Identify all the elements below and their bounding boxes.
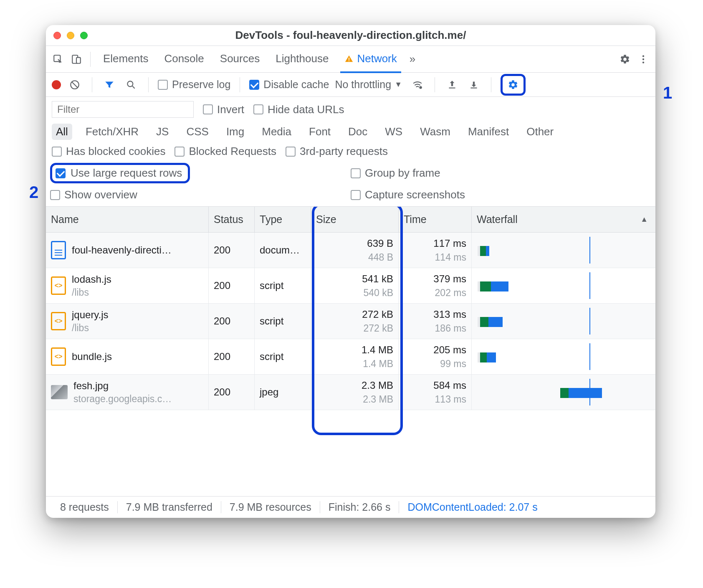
show-overview-checkbox[interactable]: Show overview	[50, 188, 137, 201]
checkbox-icon	[50, 190, 60, 200]
cell-status: 200	[209, 268, 255, 303]
invert-checkbox[interactable]: Invert	[203, 103, 244, 116]
cell-name: fesh.jpgstorage.googleapis.c…	[46, 375, 209, 410]
network-conditions-icon[interactable]	[410, 77, 425, 93]
table-row[interactable]: fesh.jpgstorage.googleapis.c… 200 jpeg 2…	[46, 375, 655, 410]
col-type[interactable]: Type	[255, 207, 311, 232]
sort-indicator-icon: ▲	[640, 215, 648, 224]
tab-console[interactable]: Console	[157, 46, 210, 73]
hide-data-urls-label: Hide data URLs	[268, 103, 344, 116]
table-row[interactable]: <> jquery.js/libs 200 script 272 kB272 k…	[46, 304, 655, 339]
inspect-element-icon[interactable]	[50, 51, 66, 67]
tab-sources[interactable]: Sources	[213, 46, 266, 73]
tab-elements[interactable]: Elements	[96, 46, 155, 73]
filter-pill-media[interactable]: Media	[258, 124, 296, 140]
capture-screenshots-checkbox[interactable]: Capture screenshots	[351, 188, 465, 201]
cell-status: 200	[209, 339, 255, 374]
minimize-window-button[interactable]	[67, 32, 74, 39]
checkbox-icon	[351, 168, 361, 178]
col-status[interactable]: Status	[209, 207, 255, 232]
cell-type: script	[255, 304, 311, 339]
checkbox-icon	[249, 80, 259, 90]
filter-pill-ws[interactable]: WS	[381, 124, 407, 140]
tab-network[interactable]: Network	[338, 46, 403, 73]
filter-pill-other[interactable]: Other	[522, 124, 558, 140]
filter-pill-manifest[interactable]: Manifest	[464, 124, 513, 140]
separator	[435, 77, 435, 92]
filter-pill-wasm[interactable]: Wasm	[416, 124, 455, 140]
preserve-log-label: Preserve log	[172, 79, 230, 91]
filter-pill-doc[interactable]: Doc	[344, 124, 372, 140]
dropdown-caret-icon: ▼	[394, 80, 402, 89]
export-har-icon[interactable]	[466, 77, 482, 93]
blocked-cookies-checkbox[interactable]: Has blocked cookies	[52, 145, 165, 158]
col-size[interactable]: Size	[311, 207, 399, 232]
import-har-icon[interactable]	[444, 77, 460, 93]
svg-point-5	[642, 55, 644, 57]
filter-pill-img[interactable]: Img	[222, 124, 248, 140]
annotation-2: 2	[29, 183, 38, 202]
checkbox-icon	[52, 147, 62, 157]
cell-status: 200	[209, 304, 255, 339]
table-row[interactable]: <> lodash.js/libs 200 script 541 kB540 k…	[46, 268, 655, 304]
warning-icon	[344, 54, 354, 63]
cell-type: docum…	[255, 233, 311, 268]
cell-waterfall	[472, 375, 655, 410]
tab-lighthouse[interactable]: Lighthouse	[269, 46, 335, 73]
group-by-frame-checkbox[interactable]: Group by frame	[351, 167, 440, 180]
record-button[interactable]	[52, 80, 61, 89]
col-time[interactable]: Time	[399, 207, 472, 232]
filter-pill-fetch[interactable]: Fetch/XHR	[81, 124, 143, 140]
filter-row: Invert Hide data URLs	[46, 97, 655, 121]
group-by-frame-label: Group by frame	[365, 167, 440, 180]
filter-input[interactable]	[52, 101, 194, 118]
checkbox-icon	[174, 147, 185, 157]
throttling-select[interactable]: No throttling ▼	[335, 79, 404, 91]
device-toolbar-icon[interactable]	[68, 51, 84, 67]
settings-icon[interactable]	[617, 51, 633, 67]
svg-point-10	[419, 86, 422, 89]
maximize-window-button[interactable]	[80, 32, 88, 39]
filter-pill-css[interactable]: CSS	[182, 124, 212, 140]
cell-time: 584 ms113 ms	[399, 375, 472, 410]
filter-icon[interactable]	[101, 77, 117, 93]
table-row[interactable]: foul-heavenly-directi… 200 docum… 639 B4…	[46, 233, 655, 268]
col-name[interactable]: Name	[46, 207, 209, 232]
blocked-requests-checkbox[interactable]: Blocked Requests	[174, 145, 276, 158]
search-icon[interactable]	[123, 77, 139, 93]
table-header: Name Status Type Size Time Waterfall ▲	[46, 207, 655, 233]
request-name: foul-heavenly-directi…	[72, 244, 172, 256]
filter-pill-js[interactable]: JS	[152, 124, 173, 140]
disable-cache-checkbox[interactable]: Disable cache	[249, 79, 329, 91]
large-rows-label: Use large request rows	[71, 167, 182, 180]
cell-time: 205 ms99 ms	[399, 339, 472, 374]
col-waterfall[interactable]: Waterfall ▲	[472, 207, 655, 232]
checkbox-icon	[158, 80, 168, 90]
large-rows-checkbox[interactable]: Use large request rows	[56, 167, 182, 180]
svg-rect-4	[349, 60, 350, 61]
blocked-cookies-label: Has blocked cookies	[66, 145, 165, 158]
cell-waterfall	[472, 339, 655, 374]
cell-type: script	[255, 339, 311, 374]
filter-pill-font[interactable]: Font	[305, 124, 335, 140]
status-resources: 7.9 MB resources	[221, 501, 320, 513]
request-path: /libs	[72, 322, 109, 334]
cell-status: 200	[209, 375, 255, 410]
filter-pill-all[interactable]: All	[52, 124, 72, 140]
network-settings-icon[interactable]	[505, 77, 521, 93]
capture-screenshots-label: Capture screenshots	[365, 188, 465, 201]
show-overview-label: Show overview	[64, 188, 137, 201]
more-tabs-icon[interactable]: »	[406, 53, 419, 66]
kebab-menu-icon[interactable]	[635, 51, 651, 67]
hide-data-urls-checkbox[interactable]: Hide data URLs	[253, 103, 344, 116]
clear-icon[interactable]	[67, 77, 83, 93]
script-file-icon: <>	[51, 276, 66, 295]
svg-rect-3	[349, 58, 350, 60]
close-window-button[interactable]	[53, 32, 61, 39]
separator	[148, 77, 149, 92]
table-row[interactable]: <> bundle.js 200 script 1.4 MB1.4 MB 205…	[46, 339, 655, 375]
network-toolbar: Preserve log Disable cache No throttling…	[46, 73, 655, 97]
preserve-log-checkbox[interactable]: Preserve log	[158, 79, 230, 91]
svg-rect-2	[76, 57, 81, 63]
third-party-checkbox[interactable]: 3rd-party requests	[286, 145, 388, 158]
